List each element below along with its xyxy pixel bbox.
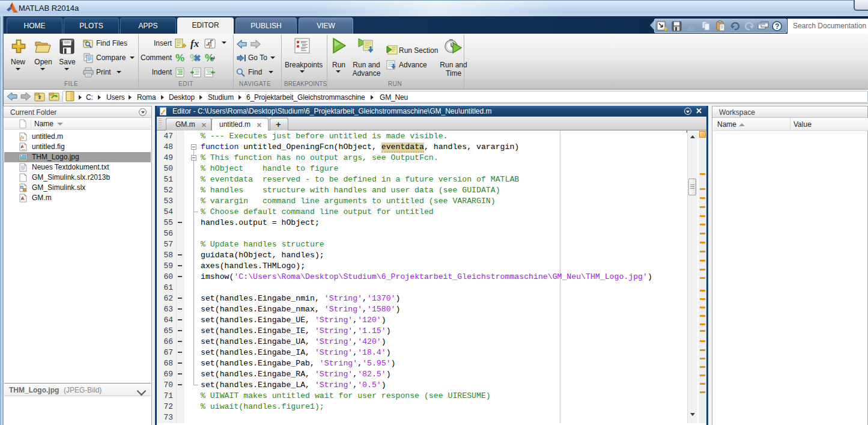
svg-text:fx: fx <box>20 134 25 140</box>
svg-text:fi: fi <box>209 43 211 48</box>
svg-text:?: ? <box>775 22 779 31</box>
